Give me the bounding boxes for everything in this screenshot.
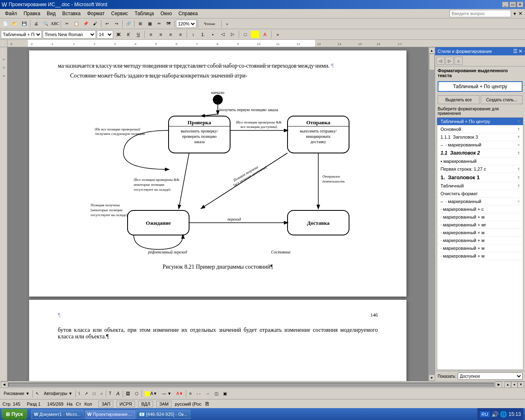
italic-button[interactable]: К — [124, 30, 133, 39]
start-button[interactable]: ⊞ Пуск — [2, 409, 27, 420]
menu-help[interactable]: Справка — [175, 10, 201, 17]
horizontal-scrollbar[interactable]: ◀ ▶ ▲ ● ▼ — [0, 381, 525, 388]
next-page-button[interactable]: ▼ — [518, 381, 524, 388]
panel-back-button[interactable]: ◁ — [436, 57, 445, 65]
size-select[interactable]: 14 — [97, 30, 113, 39]
reading-button[interactable]: Чтение — [199, 19, 220, 28]
style-item-marker8[interactable]: · маркерованный + м — [437, 244, 523, 252]
autoshapes-button[interactable]: Автофигуры ▼ — [42, 389, 75, 398]
style-item-marker3[interactable]: · маркерованный + с — [437, 205, 523, 213]
create-style-button[interactable]: Создать стиль... — [481, 95, 523, 104]
redo-button[interactable]: ↪ — [112, 19, 121, 28]
scroll-right-arrow[interactable]: ▶ — [495, 381, 502, 388]
save-button[interactable]: 💾 — [20, 19, 29, 28]
oval-button[interactable]: ○ — [98, 389, 105, 398]
style-item-heading2[interactable]: 1.1 Заголовок 2 ¶ — [437, 149, 523, 158]
line-spacing-button[interactable]: ↕ — [189, 30, 198, 39]
format-painter-button[interactable]: 🖌 — [91, 19, 100, 28]
shadow-button[interactable]: ◫ — [212, 389, 220, 398]
bullets-button[interactable]: • — [208, 30, 217, 39]
align-right-button[interactable]: ≡ — [166, 30, 175, 39]
diagram-button[interactable]: ⬡ — [133, 389, 141, 398]
cut-button[interactable]: ✂ — [62, 19, 71, 28]
select-browse-object-button[interactable]: ● — [511, 381, 518, 388]
show-select[interactable]: Доступное — [458, 372, 523, 380]
scroll-left-arrow[interactable]: ◀ — [1, 381, 7, 388]
document-map-button[interactable]: 🗺 — [164, 19, 173, 28]
style-item-clear[interactable]: Очистить формат — [437, 190, 523, 198]
outside-border-button[interactable]: □ — [241, 30, 250, 39]
menu-view[interactable]: Вид — [43, 10, 59, 17]
taskbar-app-doc1[interactable]: W Документ1 - Micro... — [31, 410, 84, 419]
font-select[interactable]: Times New Roman — [43, 30, 96, 39]
line-button[interactable]: \ — [77, 389, 82, 398]
scroll-down-arrow[interactable]: ▼ — [429, 374, 435, 381]
scroll-track[interactable] — [429, 54, 435, 374]
select-all-button[interactable]: Выделить все — [438, 95, 479, 104]
style-item-basic[interactable]: Основной ¶ — [437, 126, 523, 133]
style-item-bullet[interactable]: • маркированный — [437, 158, 523, 165]
style-item-table[interactable]: Табличный ¶ — [437, 182, 523, 190]
minimize-button[interactable]: _ — [502, 2, 509, 7]
paste-button[interactable]: 📌 — [81, 19, 90, 28]
restore-button[interactable]: ▭ — [509, 2, 516, 7]
drawing-button[interactable]: ✏ — [155, 19, 164, 28]
new-button[interactable]: 📄 — [1, 19, 10, 28]
menu-window[interactable]: Окно — [157, 10, 175, 17]
style-select[interactable]: Табличный + По — [1, 30, 42, 39]
style-item-marker9[interactable]: · маркерованный + м — [437, 252, 523, 260]
close-button[interactable]: ✕ — [517, 2, 523, 7]
panel-options-icon[interactable]: ☰ — [513, 48, 518, 54]
style-item-heading1[interactable]: 1. Заголовок 1 ¶ — [437, 173, 523, 182]
style-item-marker4[interactable]: · маркерованный + м — [437, 213, 523, 221]
style-item-marker7[interactable]: · маркерованный + м — [437, 237, 523, 244]
decrease-indent-button[interactable]: ◁ — [218, 30, 227, 39]
toolbar-more[interactable]: » — [223, 19, 232, 28]
align-justify-button[interactable]: ≡ — [176, 30, 185, 39]
style-item-marker6[interactable]: · маркерованный + м — [437, 229, 523, 237]
menu-table[interactable]: Таблица — [131, 10, 157, 17]
hyperlink-button[interactable]: 🔗 — [124, 19, 133, 28]
arrow-style-button[interactable]: → — [203, 389, 212, 398]
menu-file[interactable]: Файл — [2, 10, 21, 17]
copy-button[interactable]: 📋 — [72, 19, 81, 28]
panel-forward-button[interactable]: ▷ — [445, 57, 454, 65]
menu-insert[interactable]: Вставка — [59, 10, 84, 17]
help-arrow[interactable]: ▼ — [513, 11, 517, 16]
3d-button[interactable]: ▣ — [221, 389, 229, 398]
select-objects-button[interactable]: ↖ — [34, 389, 41, 398]
prev-page-button[interactable]: ▲ — [504, 381, 511, 388]
menu-tools[interactable]: Сервис — [108, 10, 131, 17]
document-viewport[interactable]: ма·назначается·классу·или·методу·поведен… — [7, 47, 428, 381]
arrow-button[interactable]: ↗ — [82, 389, 90, 398]
rect-button[interactable]: □ — [91, 389, 97, 398]
style-item-marker1[interactable]: – · маркерованный ≡ — [437, 141, 523, 149]
dash-style-button[interactable]: - - — [194, 389, 202, 398]
taskbar-app-email[interactable]: 📧 [446-924-925] - Ок... — [136, 410, 190, 419]
zoom-select[interactable]: 120% — [176, 20, 196, 28]
h-scroll-track[interactable] — [8, 383, 495, 387]
underline-button[interactable]: Ч — [134, 30, 143, 39]
textbox-button[interactable]: T — [107, 389, 114, 398]
spell-button[interactable]: ABC — [50, 19, 59, 28]
style-item-heading3[interactable]: 1.1.1 Заголовок 3 ¶ — [437, 133, 523, 141]
taskbar-app-project[interactable]: W Проектирование.... — [84, 410, 135, 419]
style-item-marker2[interactable]: – · маркерованный ≡ — [437, 198, 523, 205]
bold-button[interactable]: Ж — [114, 30, 123, 39]
locale-indicator[interactable]: RU — [480, 411, 490, 417]
line-color-button[interactable]: — ▼ — [160, 389, 173, 398]
increase-indent-button[interactable]: ▷ — [228, 30, 237, 39]
vertical-scrollbar[interactable]: ▲ ▼ — [428, 47, 435, 381]
style-item-firstline[interactable]: Первая строка: 1,27 с ¶ — [437, 165, 523, 173]
panel-home-button[interactable]: ⌂ — [454, 57, 463, 65]
styles-list[interactable]: Табличный + По центру ¶ Основной ¶ 1.1.1… — [437, 117, 523, 370]
align-center-button[interactable]: ≡ — [156, 30, 165, 39]
menu-edit[interactable]: Правка — [21, 10, 44, 17]
line-style-button[interactable]: ≡ — [187, 389, 194, 398]
menu-format[interactable]: Формат — [84, 10, 108, 17]
wordart-button[interactable]: A — [114, 389, 122, 398]
print-button[interactable]: 🖨 — [32, 19, 41, 28]
columns-button[interactable]: ▦ — [145, 19, 154, 28]
style-item-tabular-center[interactable]: Табличный + По центру ¶ — [437, 118, 523, 126]
fill-color-button[interactable]: A▼ — [143, 389, 160, 398]
